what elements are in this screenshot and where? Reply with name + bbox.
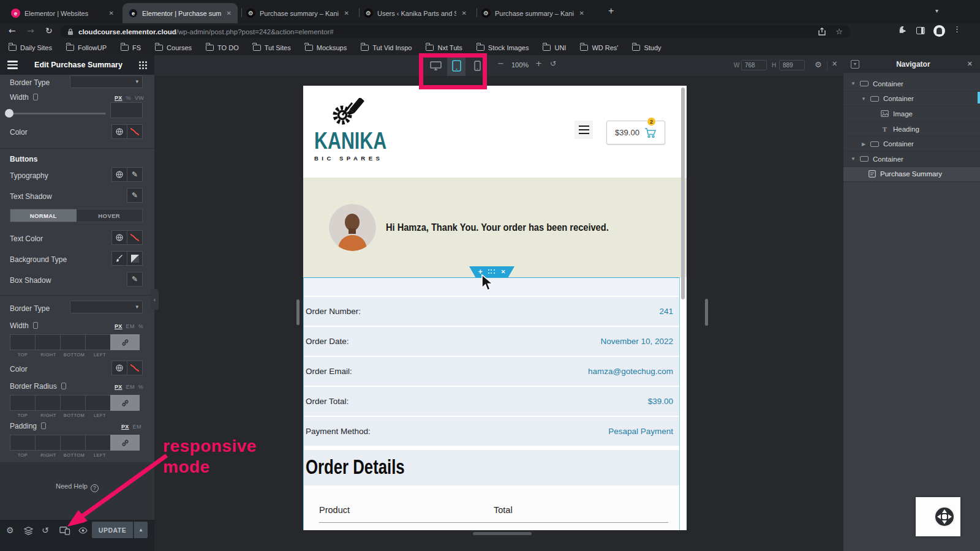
profile-avatar[interactable] (933, 25, 945, 37)
bookmark-item[interactable]: FollowUP (66, 44, 107, 51)
need-help-link[interactable]: Need Help? (0, 482, 154, 492)
update-button[interactable]: UPDATE (92, 522, 133, 538)
canvas-resize-handle-left[interactable] (296, 299, 300, 325)
bookmark-item[interactable]: Daily Sites (9, 44, 52, 51)
tab-close-icon[interactable]: ✕ (108, 10, 115, 17)
padding-units[interactable]: PXEM (121, 424, 141, 430)
site-logo[interactable]: KANIKA BIC SPARES (314, 98, 394, 162)
border-type-select[interactable]: ▾ (70, 75, 143, 88)
drag-handle-icon[interactable] (488, 269, 496, 274)
nav-item-container[interactable]: ▼Container (843, 152, 980, 167)
site-menu-hamburger[interactable] (575, 121, 593, 139)
border-type2-select[interactable]: ▾ (70, 301, 143, 313)
reset-zoom-icon[interactable]: ↺ (550, 59, 556, 68)
close-responsive-icon[interactable]: ✕ (832, 60, 837, 68)
padding-top-input[interactable] (10, 435, 36, 451)
link-values-button[interactable] (110, 334, 140, 350)
panel-menu-icon[interactable] (7, 61, 18, 69)
bookmark-item[interactable]: TO DO (206, 44, 239, 51)
background-classic-button[interactable] (111, 251, 127, 266)
caret-down-icon[interactable]: ▼ (851, 156, 856, 162)
width-units[interactable]: PX%VW (115, 95, 144, 101)
browser-tab-1[interactable]: e Elementor | Websites ✕ (5, 3, 120, 23)
text-color-picker-button[interactable] (127, 230, 143, 245)
canvas-horizontal-scroll-pill[interactable] (473, 532, 532, 535)
extensions-icon[interactable] (898, 26, 907, 34)
bookmark-item[interactable]: Tut Sites (253, 44, 291, 51)
tab-search-chevron-icon[interactable]: ▾ (935, 7, 938, 14)
border-radius-units[interactable]: PXEM% (115, 384, 143, 390)
history-icon[interactable]: ↺ (42, 525, 49, 535)
background-gradient-button[interactable] (127, 251, 143, 266)
bookmark-item[interactable]: Stock Images (477, 44, 529, 51)
width2-units[interactable]: PXEM% (115, 323, 143, 329)
radius-top-input[interactable] (10, 395, 36, 411)
collapse-all-icon[interactable]: ▼ (851, 60, 859, 69)
panel-collapse-handle[interactable]: ‹ (151, 289, 159, 310)
browser-tab-5[interactable]: ⚙ Purchase summary – Kanika Pa ✕ (475, 3, 590, 23)
caret-down-icon[interactable]: ▼ (861, 96, 866, 102)
color-picker-button[interactable] (127, 124, 143, 139)
elementor-container-handle[interactable]: + ✕ (469, 266, 514, 277)
order-summary-container[interactable]: Order Number: 241 Order Date: November 1… (303, 277, 680, 530)
settings-gear-icon[interactable]: ⚙ (6, 525, 14, 535)
border-width-left-input[interactable] (85, 334, 111, 350)
tab-close-icon[interactable]: ✕ (225, 10, 233, 17)
caret-right-icon[interactable]: ▶ (861, 141, 866, 147)
global-colors-button[interactable] (111, 361, 127, 375)
new-tab-button[interactable]: + (608, 6, 614, 16)
nav-item-heading[interactable]: THeading (843, 122, 980, 137)
border-width-top-input[interactable] (10, 334, 36, 350)
add-container-icon[interactable]: + (478, 269, 483, 275)
canvas-height-input[interactable]: 889 (779, 60, 805, 70)
sidebar-icon[interactable] (916, 27, 925, 34)
edit-box-shadow-button[interactable]: ✎ (127, 272, 143, 287)
browser-menu-kebab-icon[interactable]: ⋮ (953, 24, 961, 34)
radius-left-input[interactable] (85, 395, 111, 411)
bookmark-item[interactable]: UNI (543, 44, 566, 51)
widgets-grid-icon[interactable] (139, 61, 147, 69)
screen-control-widget[interactable] (916, 497, 960, 536)
padding-right-input[interactable] (35, 435, 61, 451)
global-typography-button[interactable] (111, 167, 127, 182)
caret-down-icon[interactable]: ▼ (851, 81, 856, 86)
navigator-close-icon[interactable]: ✕ (967, 60, 973, 68)
layers-icon[interactable] (24, 527, 33, 535)
link-values-button[interactable] (110, 435, 140, 451)
border-width-right-input[interactable] (35, 334, 61, 350)
width-slider-knob[interactable] (5, 109, 13, 118)
radius-bottom-input[interactable] (60, 395, 86, 411)
cart-button[interactable]: $39.00 2 (606, 121, 665, 144)
nav-item-purchase-summary-selected[interactable]: Purchase Summary (843, 167, 980, 182)
bookmark-item[interactable]: Courses (155, 44, 192, 51)
address-bar[interactable]: cloudcourse.elementor.cloud/wp-admin/pos… (60, 25, 850, 38)
tab-close-icon[interactable]: ✕ (343, 10, 350, 17)
global-colors-button[interactable] (111, 230, 127, 245)
reload-icon[interactable]: ↻ (45, 26, 53, 36)
back-icon[interactable]: ← (9, 26, 16, 36)
edit-typography-button[interactable]: ✎ (127, 167, 143, 182)
breakpoint-settings-gear-icon[interactable]: ⚙ (815, 60, 822, 69)
page-preview-canvas[interactable]: KANIKA BIC SPARES $39.00 2 Hi Hamza, Tha… (303, 86, 687, 530)
tab-hover[interactable]: HOVER (77, 209, 143, 222)
canvas-width-input[interactable]: 768 (741, 60, 767, 70)
browser-tab-4[interactable]: ⚙ Users ‹ Kanika Parts and Spare ✕ (358, 3, 473, 23)
padding-left-input[interactable] (85, 435, 111, 451)
bookmark-item[interactable]: FS (121, 44, 141, 51)
edit-text-shadow-button[interactable]: ✎ (127, 188, 143, 203)
bookmark-item[interactable]: Nxt Tuts (426, 44, 462, 51)
radius-right-input[interactable] (35, 395, 61, 411)
canvas-scrollbar[interactable] (681, 88, 685, 299)
nav-item-container[interactable]: ▼Container (843, 92, 980, 107)
canvas-resize-handle-right[interactable] (705, 299, 708, 326)
zoom-out-icon[interactable]: − (497, 59, 504, 68)
padding-bottom-input[interactable] (60, 435, 86, 451)
border-width-bottom-input[interactable] (60, 334, 86, 350)
bookmark-item[interactable]: WD Res' (580, 44, 618, 51)
preview-eye-icon[interactable] (78, 527, 88, 534)
tab-close-icon[interactable]: ✕ (578, 10, 586, 17)
tab-close-icon[interactable]: ✕ (461, 10, 468, 17)
bookmark-item[interactable]: Study (632, 44, 661, 51)
bookmark-item[interactable]: Tut Vid Inspo (361, 44, 412, 51)
bookmark-item[interactable]: Mocksups (305, 44, 347, 51)
